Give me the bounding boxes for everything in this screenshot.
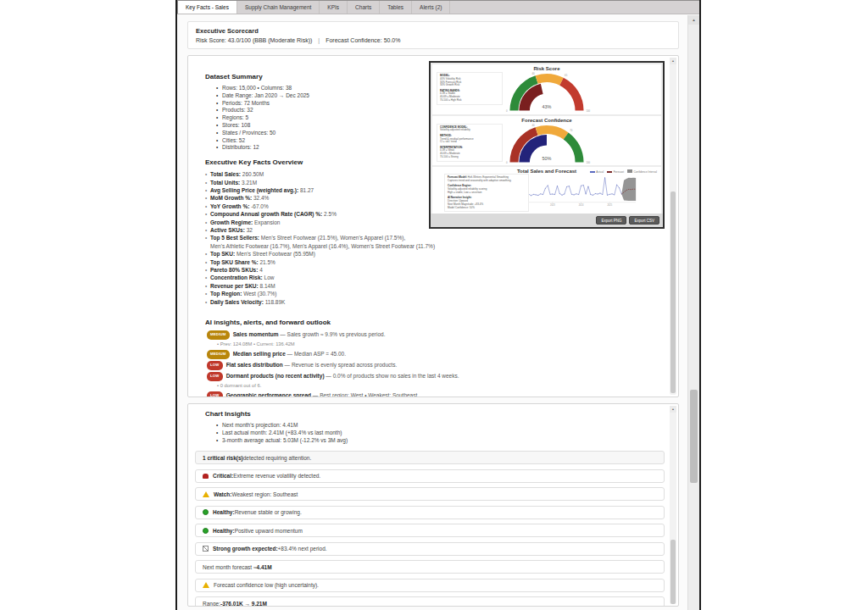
confidence-gauge-annotation: CONFIDENCE MODEL:Volatility-adjusted rel…	[437, 124, 503, 162]
alert-row-text: Next month forecast ≈	[203, 564, 257, 570]
key-fact-label: Compound Annual growth Rate (CAGR) %:	[210, 211, 324, 217]
key-fact-item: Top SKU: Men's Street Footwear (55.95M)	[210, 250, 665, 258]
gauge-tick-label: 100	[586, 161, 590, 164]
alert-row-text: Extreme revenue volatility detected.	[233, 473, 320, 479]
chart-insights-panel: Chart Insights Next month's projection: …	[187, 403, 679, 607]
chart-insight-item: Last actual month: 2.41M (+83.4% vs last…	[222, 430, 665, 437]
insight-text: — 0.0% of products show no sales in the …	[325, 373, 459, 379]
key-fact-item: Daily Sales Velocity: 118.89K	[210, 298, 665, 306]
warning-icon	[203, 582, 209, 588]
chart-insights-scrollbar[interactable]: ▲	[670, 406, 676, 604]
scorecard-line: Risk Score: 43.0/100 (BBB (Moderate Risk…	[196, 37, 670, 43]
ai-insights-title: AI insights, alerts, and forward outlook	[205, 319, 665, 326]
key-fact-label: Concentration Risk:	[210, 274, 264, 280]
dataset-summary-list: Rows: 15,000 • Columns: 38Date Range: Ja…	[195, 85, 665, 152]
key-facts-scrollbar-thumb[interactable]	[670, 191, 676, 393]
key-fact-label: Top SKU:	[210, 251, 236, 257]
tab-alerts-2[interactable]: Alerts (2)	[412, 1, 450, 14]
gauge-zone	[536, 74, 564, 86]
alert-row-text: Weakest region: Southeast	[231, 491, 298, 497]
insight-text: — Revenue is evenly spread across produc…	[283, 362, 397, 368]
chart-insights-list: Next month's projection: 4.41MLast actua…	[195, 422, 665, 444]
key-fact-value: 21.5%	[259, 259, 275, 265]
chart-insights-body: Chart Insights Next month's projection: …	[188, 404, 678, 606]
healthy-icon	[203, 509, 209, 515]
legend-swatch	[627, 169, 632, 173]
alert-row-text: Critical:	[213, 473, 233, 479]
key-fact-label: Avg Selling Price (weighted avg.):	[210, 187, 300, 193]
scroll-up-icon[interactable]: ▲	[670, 58, 676, 64]
key-fact-value: 118.89K	[265, 299, 286, 305]
scroll-up-icon[interactable]: ▲	[670, 406, 676, 413]
insight-subnote: • Prev: 124.08M • Current: 136.42M	[217, 341, 665, 347]
key-fact-value: 260.50M	[242, 171, 264, 177]
legend-swatch	[590, 171, 595, 173]
sales-chart-annotation: Forecast Model: Holt-Winters Exponential…	[444, 174, 529, 212]
severity-badge: LOW	[207, 391, 223, 396]
scroll-up-icon[interactable]: ▲	[688, 15, 699, 25]
annotation-text: High = stable, Low = uncertain	[448, 191, 482, 194]
key-fact-item: Concentration Risk: Low	[210, 274, 665, 281]
alert-row-text: Strong growth expected:	[213, 546, 278, 552]
key-fact-item: Compound Annual growth Rate (CAGR) %: 2.…	[210, 210, 665, 218]
legend-label: Actual	[596, 170, 604, 174]
annotation-text: 30% Growth Risk	[440, 83, 459, 86]
key-fact-item: Top Region: West (30.7%)	[210, 290, 665, 297]
key-fact-label: Active SKUs:	[210, 227, 247, 233]
tab-kpis[interactable]: KPIs	[320, 1, 348, 14]
insight-title: Geographic performance spread	[226, 392, 311, 396]
chart-insights-scrollbar-thumb[interactable]	[670, 540, 676, 604]
alert-row: Healthy: Revenue stable or growing.	[195, 506, 665, 519]
warning-icon	[203, 491, 209, 497]
key-facts-panel: Risk Score MODEL:40% Volatility Risk30% …	[187, 55, 679, 397]
risk-gauge-title: Risk Score	[432, 64, 661, 71]
severity-badge: MEDIUM	[207, 330, 230, 340]
alert-row: Next month forecast ≈ 4.41M	[195, 560, 665, 574]
key-fact-label: Top Region:	[210, 291, 243, 297]
tab-supply-chain-management[interactable]: Supply Chain Management	[237, 1, 320, 14]
alert-row-text: 1 critical risk(s)	[203, 455, 243, 461]
alert-row-text: 4.41M	[257, 564, 272, 570]
tab-tables[interactable]: Tables	[380, 1, 412, 14]
ai-insight-item: MEDIUMMedian selling price — Median ASP …	[207, 350, 665, 359]
insight-text: — Median ASP = 45.00.	[286, 351, 346, 357]
legend-entry: Forecast	[607, 170, 624, 174]
key-facts-panel-body: Risk Score MODEL:40% Volatility Risk30% …	[188, 56, 678, 396]
main-scrollbar[interactable]: ▲	[687, 15, 699, 610]
alert-row: Range: -376.01K → 9.21M	[195, 596, 665, 606]
alert-row: 1 critical risk(s) detected requiring at…	[195, 451, 665, 464]
healthy-icon	[203, 528, 209, 534]
tab-charts[interactable]: Charts	[348, 1, 380, 14]
gauge-value-label: 50%	[542, 156, 552, 161]
main-scrollbar-thumb[interactable]	[690, 390, 698, 483]
chart-insights-title: Chart Insights	[205, 410, 665, 418]
key-fact-label: Top SKU Share %:	[210, 259, 259, 265]
key-fact-value: 3.21M	[242, 180, 257, 186]
scorecard-title: Executive Scorecard	[196, 27, 670, 35]
alert-row-text: Healthy:	[213, 528, 235, 534]
key-fact-item: Top SKU Share %: 21.5%	[210, 258, 665, 266]
tab-bar: Key Facts - SalesSupply Chain Management…	[177, 0, 699, 14]
key-fact-item: Avg Selling Price (weighted avg.): 81.27	[210, 186, 665, 194]
legend-entry: Actual	[590, 170, 604, 174]
key-fact-label: YoY Growth %:	[210, 203, 251, 209]
key-fact-value: 32	[247, 227, 253, 233]
scorecard-separator: |	[318, 37, 320, 43]
tab-key-facts-sales[interactable]: Key Facts - Sales	[177, 1, 237, 14]
key-facts-scrollbar[interactable]: ▲	[670, 58, 676, 395]
executive-scorecard: Executive Scorecard Risk Score: 43.0/100…	[187, 21, 679, 49]
annotation-text: Volatility-adjusted reliability	[440, 128, 470, 131]
alert-row: Critical: Extreme revenue volatility det…	[195, 469, 665, 483]
key-facts-list: Total Sales: 260.50MTotal Units: 3.21MAv…	[195, 170, 665, 306]
ai-insight-item: LOWGeographic performance spread — Best …	[207, 391, 665, 396]
legend-swatch	[607, 171, 612, 173]
insight-title: Median selling price	[233, 351, 286, 357]
alert-row: Forecast confidence low (high uncertaint…	[195, 579, 665, 592]
key-fact-value: Low	[264, 274, 275, 280]
alert-row: Strong growth expected: +83.4% next peri…	[195, 542, 665, 556]
annotation-line: 70-100 = High Risk	[440, 99, 499, 103]
page-content: Executive Scorecard Risk Score: 43.0/100…	[177, 15, 687, 610]
alert-row-text: Forecast confidence low (high uncertaint…	[214, 582, 319, 588]
insight-text: — Best region: West • Weakest: Southeast…	[311, 392, 419, 396]
key-fact-value: 81.27	[300, 187, 314, 193]
